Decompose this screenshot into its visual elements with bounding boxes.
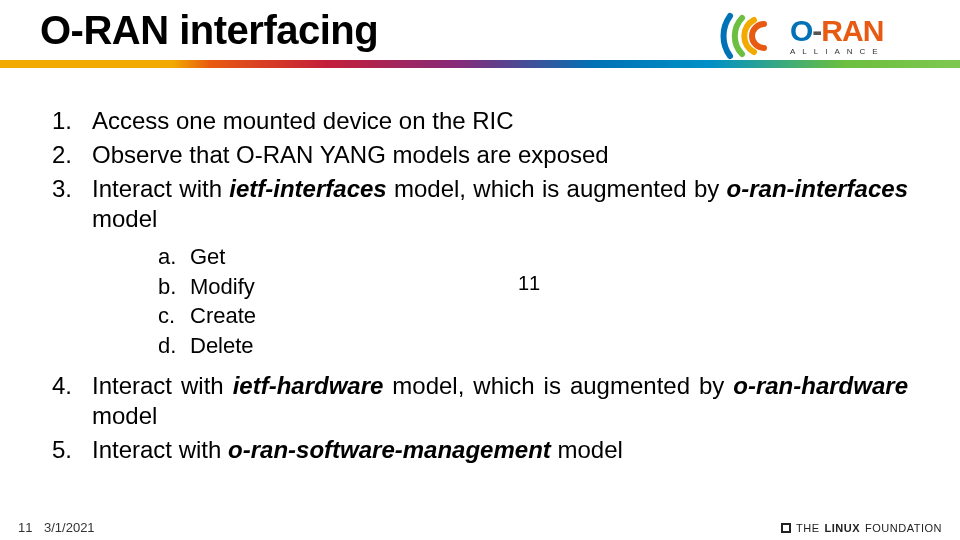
floating-number: 11	[518, 272, 540, 295]
list-item: Create	[158, 301, 908, 331]
page-number: 11	[18, 520, 44, 535]
sub-list: Get Modify Create Delete	[158, 242, 908, 361]
slide-title: O-RAN interfacing	[40, 8, 378, 53]
list-item: Interact with o-ran-software-management …	[52, 435, 908, 465]
oran-arcs-icon	[720, 12, 780, 60]
list-item: Interact with ietf-interfaces model, whi…	[52, 174, 908, 361]
list-item: Observe that O-RAN YANG models are expos…	[52, 140, 908, 170]
linux-foundation-logo: THE LINUX FOUNDATION	[781, 522, 942, 534]
list-item: Delete	[158, 331, 908, 361]
list-item: Interact with ietf-hardware model, which…	[52, 371, 908, 431]
main-list: Access one mounted device on the RIC Obs…	[52, 106, 908, 465]
content-body: Access one mounted device on the RIC Obs…	[52, 106, 908, 469]
list-item: Access one mounted device on the RIC	[52, 106, 908, 136]
slide: O-RAN interfacing O-RAN ALLIANCE Access …	[0, 0, 960, 540]
list-item: Get	[158, 242, 908, 272]
oran-logo: O-RAN ALLIANCE	[720, 8, 940, 64]
oran-logo-text: O-RAN ALLIANCE	[790, 16, 885, 56]
title-bar: O-RAN interfacing O-RAN ALLIANCE	[0, 0, 960, 72]
footer-date: 3/1/2021	[44, 520, 95, 535]
square-icon	[781, 523, 791, 533]
